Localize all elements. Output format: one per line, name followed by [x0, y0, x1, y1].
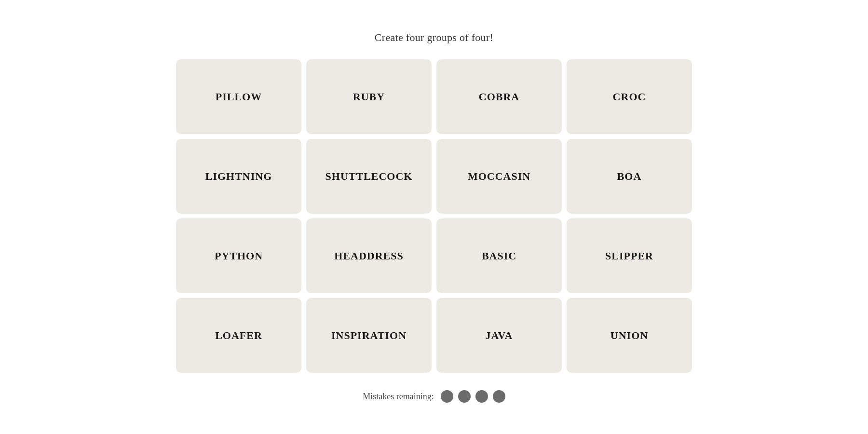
- tile-label-croc: CROC: [613, 91, 646, 103]
- tile-label-union: UNION: [610, 329, 648, 342]
- instruction-text: Create four groups of four!: [375, 31, 493, 44]
- tile-inspiration[interactable]: INSPIRATION: [306, 298, 432, 373]
- tile-croc[interactable]: CROC: [567, 59, 692, 134]
- tile-label-cobra: COBRA: [479, 91, 519, 103]
- tile-headdress[interactable]: HEADDRESS: [306, 218, 432, 293]
- mistake-dot-4: [493, 390, 505, 403]
- tile-boa[interactable]: BOA: [567, 139, 692, 214]
- tile-loafer[interactable]: LOAFER: [176, 298, 301, 373]
- tile-label-loafer: LOAFER: [215, 329, 262, 342]
- mistake-dot-2: [458, 390, 471, 403]
- mistake-dot-1: [441, 390, 453, 403]
- tile-label-basic: BASIC: [482, 250, 516, 262]
- tile-cobra[interactable]: COBRA: [436, 59, 562, 134]
- footer: Mistakes remaining:: [363, 390, 505, 403]
- tile-label-boa: BOA: [617, 170, 642, 183]
- tile-label-headdress: HEADDRESS: [334, 250, 403, 262]
- tile-basic[interactable]: BASIC: [436, 218, 562, 293]
- tile-ruby[interactable]: RUBY: [306, 59, 432, 134]
- tile-grid: PILLOWRUBYCOBRACROCLIGHTNINGSHUTTLECOCKM…: [176, 59, 692, 373]
- tile-label-lightning: LIGHTNING: [205, 170, 272, 183]
- tile-label-pillow: PILLOW: [216, 91, 262, 103]
- tile-python[interactable]: PYTHON: [176, 218, 301, 293]
- mistake-dot-3: [475, 390, 488, 403]
- tile-union[interactable]: UNION: [567, 298, 692, 373]
- tile-label-inspiration: INSPIRATION: [331, 329, 407, 342]
- tile-slipper[interactable]: SLIPPER: [567, 218, 692, 293]
- tile-label-shuttlecock: SHUTTLECOCK: [326, 170, 413, 183]
- mistakes-dots: [441, 390, 505, 403]
- tile-java[interactable]: JAVA: [436, 298, 562, 373]
- tile-label-slipper: SLIPPER: [605, 250, 653, 262]
- tile-shuttlecock[interactable]: SHUTTLECOCK: [306, 139, 432, 214]
- tile-label-ruby: RUBY: [353, 91, 385, 103]
- tile-label-python: PYTHON: [215, 250, 263, 262]
- mistakes-label: Mistakes remaining:: [363, 392, 434, 402]
- tile-lightning[interactable]: LIGHTNING: [176, 139, 301, 214]
- tile-pillow[interactable]: PILLOW: [176, 59, 301, 134]
- tile-moccasin[interactable]: MOCCASIN: [436, 139, 562, 214]
- tile-label-java: JAVA: [486, 329, 513, 342]
- tile-label-moccasin: MOCCASIN: [468, 170, 530, 183]
